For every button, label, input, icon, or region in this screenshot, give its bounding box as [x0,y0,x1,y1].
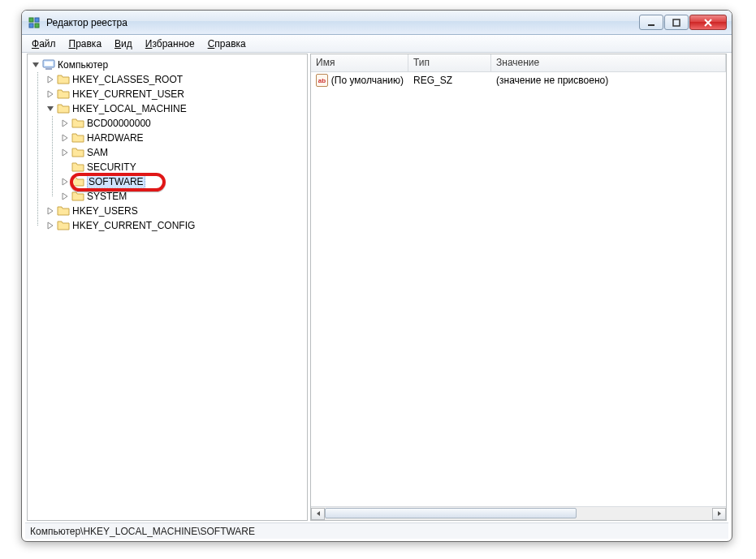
tree-label: HKEY_USERS [72,205,143,217]
expand-icon[interactable] [45,221,55,230]
folder-icon [57,88,70,101]
tree-panel[interactable]: Компьютер HKEY_CLASSES_ROOT HKEY_CURRENT… [27,54,308,521]
maximize-button[interactable] [664,15,689,30]
minimize-button[interactable] [639,15,663,30]
list-header: Имя Тип Значение [311,54,726,72]
expand-icon[interactable] [60,148,70,157]
close-button[interactable] [689,15,727,30]
folder-icon [71,175,84,188]
tree-item-hardware[interactable]: HARDWARE [60,131,307,145]
horizontal-scrollbar[interactable] [311,506,726,520]
menu-favorites[interactable]: Избранное [139,37,201,51]
tree-item-hkcc[interactable]: HKEY_CURRENT_CONFIG [45,218,307,233]
tree-item-bcd[interactable]: BCD00000000 [60,116,307,131]
tree-item-system[interactable]: SYSTEM [60,189,307,204]
window-title: Редактор реестра [46,17,127,28]
titlebar[interactable]: Редактор реестра [22,11,732,35]
tree-item-hkcr[interactable]: HKEY_CLASSES_ROOT [45,72,307,87]
collapse-icon[interactable] [45,104,55,114]
statusbar: Компьютер\HKEY_LOCAL_MACHINE\SOFTWARE [25,522,728,539]
menu-help[interactable]: Справка [201,37,253,51]
svg-rect-3 [35,24,39,28]
svg-rect-8 [45,68,52,70]
tree-label: HKEY_CLASSES_ROOT [72,74,188,85]
tree-label: HARDWARE [87,132,149,144]
tree-item-hku[interactable]: HKEY_USERS [45,204,307,218]
tree-item-sam[interactable]: SAM [60,145,307,160]
list-body[interactable]: ab (По умолчанию) REG_SZ (значение не пр… [311,72,726,506]
folder-icon [57,73,70,86]
folder-icon [71,146,84,159]
column-header-value[interactable]: Значение [491,54,726,71]
app-icon [28,16,41,29]
list-row[interactable]: ab (По умолчанию) REG_SZ (значение не пр… [311,72,726,87]
tree-item-security[interactable]: SECURITY [60,160,307,174]
tree-item-computer[interactable]: Компьютер [31,58,307,72]
tree-label: SYSTEM [87,191,132,202]
tree-label: SECURITY [87,161,141,173]
scroll-thumb[interactable] [325,508,577,518]
svg-rect-7 [45,62,53,66]
folder-icon [71,117,84,130]
client-area: Компьютер HKEY_CLASSES_ROOT HKEY_CURRENT… [26,53,728,522]
tree-item-software[interactable]: SOFTWARE [60,174,307,189]
expand-icon[interactable] [60,191,70,201]
menu-edit[interactable]: Правка [63,37,109,51]
value-name: (По умолчанию) [331,75,404,86]
tree-label: HKEY_CURRENT_USER [72,88,189,100]
svg-rect-0 [29,18,33,22]
column-header-type[interactable]: Тип [408,54,491,71]
scroll-right-button[interactable] [712,508,726,520]
string-value-icon: ab [316,74,328,87]
values-panel: Имя Тип Значение ab (По умолчанию) REG_S… [310,54,727,521]
value-data: (значение не присвоено) [491,75,726,86]
svg-rect-5 [673,19,680,26]
expand-icon[interactable] [45,206,55,216]
expand-icon[interactable] [60,118,70,128]
computer-icon [42,58,55,71]
folder-icon [57,219,70,232]
tree-label: SOFTWARE [87,175,145,188]
expand-icon[interactable] [45,75,55,84]
scroll-left-button[interactable] [311,508,325,520]
svg-rect-2 [29,24,33,28]
folder-icon [57,102,70,115]
expand-icon[interactable] [45,89,55,99]
window: Редактор реестра Файл Правка Вид Избранн… [21,10,732,542]
folder-icon [71,190,84,203]
registry-tree: Компьютер HKEY_CLASSES_ROOT HKEY_CURRENT… [28,54,307,236]
menubar: Файл Правка Вид Избранное Справка [22,35,732,53]
value-type: REG_SZ [408,75,491,86]
folder-icon [71,131,84,144]
menu-file[interactable]: Файл [25,37,63,51]
tree-item-hkcu[interactable]: HKEY_CURRENT_USER [45,87,307,101]
menu-view[interactable]: Вид [108,37,139,51]
folder-icon [71,161,84,174]
tree-item-hklm[interactable]: HKEY_LOCAL_MACHINE [45,101,307,116]
tree-label: Компьютер [58,59,113,71]
svg-rect-1 [35,18,39,22]
scroll-track[interactable] [325,508,712,520]
column-header-name[interactable]: Имя [311,54,408,71]
statusbar-path: Компьютер\HKEY_LOCAL_MACHINE\SOFTWARE [30,526,255,537]
expand-icon[interactable] [60,177,70,187]
tree-label: SAM [87,147,113,158]
tree-label: HKEY_LOCAL_MACHINE [72,103,192,114]
tree-label: BCD00000000 [87,118,156,129]
expand-icon[interactable] [60,133,70,143]
folder-icon [57,204,70,217]
collapse-icon[interactable] [31,60,41,70]
tree-label: HKEY_CURRENT_CONFIG [72,220,200,231]
svg-rect-4 [648,24,654,26]
